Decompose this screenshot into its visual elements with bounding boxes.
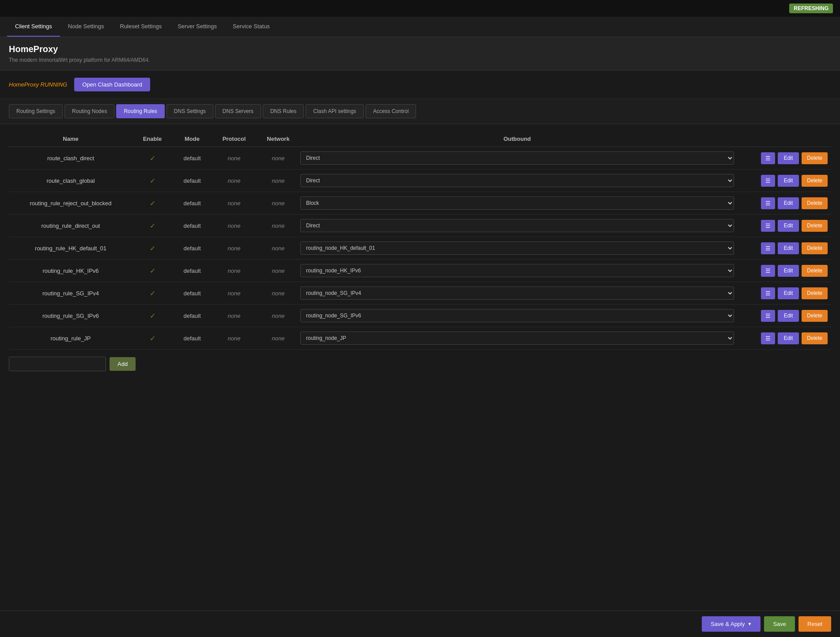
outbound-select[interactable]: DirectBlockrouting_node_HK_default_01rou…: [300, 151, 734, 165]
edit-button[interactable]: Edit: [778, 310, 799, 322]
delete-button[interactable]: Delete: [802, 220, 828, 232]
tab-dns-settings[interactable]: DNS Settings: [166, 104, 213, 118]
menu-button[interactable]: ☰: [761, 220, 775, 232]
page-subtitle: The modern ImmortalWrt proxy platform fo…: [9, 57, 831, 63]
cell-mode: default: [172, 245, 212, 252]
nav-tab-ruleset-settings[interactable]: Ruleset Settings: [112, 17, 170, 37]
add-row: Add: [9, 357, 831, 371]
cell-outbound[interactable]: DirectBlockrouting_node_SG_IPv6: [300, 309, 734, 322]
cell-network: none: [256, 245, 300, 252]
outbound-select[interactable]: DirectBlockrouting_node_SG_IPv4: [300, 286, 734, 300]
outbound-select[interactable]: DirectBlockrouting_node_JP: [300, 332, 734, 345]
table-row: routing_rule_JP ✓ default none none Dire…: [9, 327, 831, 350]
check-icon: ✓: [150, 200, 155, 207]
nav-tab-service-status[interactable]: Service Status: [225, 17, 278, 37]
cell-mode: default: [172, 313, 212, 319]
tab-routing-rules[interactable]: Routing Rules: [116, 104, 164, 118]
refreshing-badge: REFRESHING: [789, 4, 833, 13]
edit-button[interactable]: Edit: [778, 332, 799, 344]
outbound-select[interactable]: DirectBlockrouting_node_SG_IPv6: [300, 309, 734, 322]
col-name: Name: [9, 136, 132, 142]
edit-button[interactable]: Edit: [778, 242, 799, 254]
cell-mode: default: [172, 155, 212, 162]
menu-button[interactable]: ☰: [761, 242, 775, 254]
delete-button[interactable]: Delete: [802, 287, 828, 299]
menu-button[interactable]: ☰: [761, 287, 775, 299]
cell-mode: default: [172, 222, 212, 229]
action-buttons: ☰ Edit Delete: [734, 220, 831, 232]
tab-access-control[interactable]: Access Control: [366, 104, 416, 118]
action-buttons: ☰ Edit Delete: [734, 242, 831, 254]
delete-button[interactable]: Delete: [802, 332, 828, 344]
menu-button[interactable]: ☰: [761, 175, 775, 187]
outbound-select[interactable]: DirectBlock: [300, 219, 734, 232]
cell-protocol: none: [212, 155, 256, 162]
add-button[interactable]: Add: [110, 357, 136, 371]
open-clash-dashboard-button[interactable]: Open Clash Dashboard: [74, 78, 150, 91]
tab-clash-api-settings[interactable]: Clash API settings: [306, 104, 363, 118]
edit-button[interactable]: Edit: [778, 152, 799, 164]
reset-button[interactable]: Reset: [798, 616, 831, 632]
delete-button[interactable]: Delete: [802, 152, 828, 164]
menu-button[interactable]: ☰: [761, 265, 775, 277]
cell-outbound[interactable]: DirectBlockrouting_node_SG_IPv4: [300, 286, 734, 300]
tab-routing-nodes[interactable]: Routing Nodes: [64, 104, 114, 118]
menu-button[interactable]: ☰: [761, 197, 775, 209]
delete-button[interactable]: Delete: [802, 265, 828, 277]
page-header: HomeProxy The modern ImmortalWrt proxy p…: [0, 37, 840, 71]
check-icon: ✓: [150, 245, 155, 252]
tab-dns-servers[interactable]: DNS Servers: [215, 104, 261, 118]
action-buttons: ☰ Edit Delete: [734, 310, 831, 322]
delete-button[interactable]: Delete: [802, 242, 828, 254]
cell-name: route_clash_global: [9, 177, 132, 184]
outbound-select[interactable]: DirectBlockrouting_node_HK_default_01: [300, 241, 734, 255]
nav-tab-node-settings[interactable]: Node Settings: [60, 17, 112, 37]
nav-tab-server-settings[interactable]: Server Settings: [170, 17, 225, 37]
cell-enable: ✓: [132, 154, 172, 162]
cell-protocol: none: [212, 200, 256, 207]
outbound-select[interactable]: DirectBlockrouting_node_HK_IPv6: [300, 264, 734, 277]
add-name-input[interactable]: [9, 357, 106, 371]
check-icon: ✓: [150, 267, 155, 275]
nav-tab-client-settings[interactable]: Client Settings: [7, 17, 60, 37]
delete-button[interactable]: Delete: [802, 175, 828, 187]
cell-enable: ✓: [132, 289, 172, 298]
save-apply-dropdown-arrow[interactable]: ▼: [747, 622, 752, 626]
edit-button[interactable]: Edit: [778, 265, 799, 277]
outbound-select[interactable]: DirectBlock: [300, 196, 734, 210]
tab-routing-settings[interactable]: Routing Settings: [9, 104, 63, 118]
col-network: Network: [256, 136, 300, 142]
cell-network: none: [256, 222, 300, 229]
top-bar: REFRESHING: [0, 0, 840, 17]
menu-button[interactable]: ☰: [761, 310, 775, 322]
edit-button[interactable]: Edit: [778, 197, 799, 209]
cell-outbound[interactable]: DirectBlock: [300, 219, 734, 232]
cell-outbound[interactable]: DirectBlock: [300, 196, 734, 210]
save-button[interactable]: Save: [764, 616, 795, 632]
tab-dns-rules[interactable]: DNS Rules: [263, 104, 304, 118]
content-area: Name Enable Mode Protocol Network Outbou…: [0, 131, 840, 380]
menu-button[interactable]: ☰: [761, 332, 775, 344]
cell-protocol: none: [212, 335, 256, 342]
save-apply-button[interactable]: Save & Apply ▼: [702, 616, 761, 632]
menu-button[interactable]: ☰: [761, 152, 775, 164]
outbound-select[interactable]: DirectBlock: [300, 174, 734, 187]
delete-button[interactable]: Delete: [802, 197, 828, 209]
cell-enable: ✓: [132, 267, 172, 275]
cell-protocol: none: [212, 245, 256, 252]
edit-button[interactable]: Edit: [778, 287, 799, 299]
main-nav: Client Settings Node Settings Ruleset Se…: [0, 17, 840, 37]
cell-outbound[interactable]: DirectBlockrouting_node_HK_default_01rou…: [300, 151, 734, 165]
edit-button[interactable]: Edit: [778, 175, 799, 187]
cell-outbound[interactable]: DirectBlockrouting_node_HK_default_01: [300, 241, 734, 255]
action-buttons: ☰ Edit Delete: [734, 265, 831, 277]
delete-button[interactable]: Delete: [802, 310, 828, 322]
table-row: routing_rule_HK_default_01 ✓ default non…: [9, 237, 831, 260]
cell-outbound[interactable]: DirectBlockrouting_node_JP: [300, 332, 734, 345]
edit-button[interactable]: Edit: [778, 220, 799, 232]
cell-enable: ✓: [132, 222, 172, 230]
cell-name: routing_rule_SG_IPv4: [9, 290, 132, 297]
cell-outbound[interactable]: DirectBlock: [300, 174, 734, 187]
cell-outbound[interactable]: DirectBlockrouting_node_HK_IPv6: [300, 264, 734, 277]
action-buttons: ☰ Edit Delete: [734, 197, 831, 209]
